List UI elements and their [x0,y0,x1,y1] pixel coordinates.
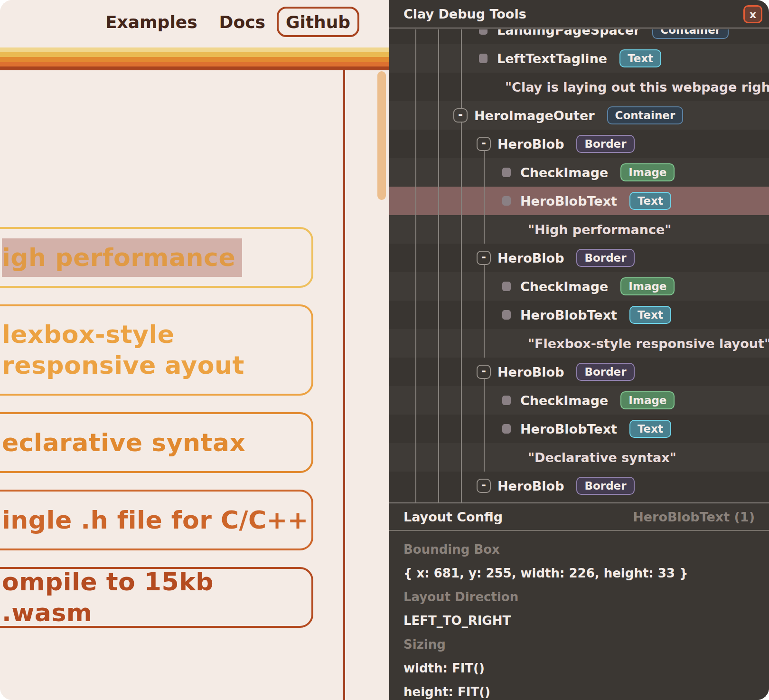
collapse-button[interactable]: - [477,137,491,151]
nav-item-docs[interactable]: Docs [219,12,265,32]
element-name: CheckImage [520,393,608,408]
layout-config-header: Layout Config HeroBlobText (1) [389,503,769,531]
tree-row[interactable]: LeftTextTaglineText [389,44,769,73]
leaf-dot-icon [502,282,511,291]
leaf-dot-icon [479,29,488,35]
element-name: HeroBlob [497,251,564,265]
tree-indent-guide [415,29,416,502]
config-property-value: LEFT_TO_RIGHT [403,609,755,633]
leaf-dot-icon [502,196,511,206]
selected-element-label: HeroBlobText (1) [633,510,755,524]
element-name: HeroImageOuter [474,108,595,123]
feature-text: eclarative syntax [2,427,246,458]
element-type-badge: Text [619,49,661,67]
tree-indent-guide [461,123,462,502]
tree-row[interactable]: HeroBlobTextText [389,415,769,443]
tree-row[interactable]: CheckImageImage [389,386,769,415]
element-type-badge: Border [576,477,634,495]
tree-text-preview-row[interactable]: "High performance" [389,215,769,244]
page-scrollbar-thumb[interactable] [377,71,386,200]
gradient-stripe [0,62,389,66]
element-name: CheckImage [520,279,608,294]
element-name: HeroBlob [497,137,564,151]
element-name: HeroBlob [497,479,564,493]
config-property-label: Layout Direction [403,585,755,609]
tree-row[interactable]: HeroBlobTextText [389,187,769,215]
config-property-value: width: FIT() [403,656,755,680]
layout-config-properties: Bounding Box{ x: 681, y: 255, width: 226… [389,531,769,700]
tree-indent-guide [461,29,462,108]
element-text-preview: "Declarative syntax" [528,450,676,465]
element-name: HeroBlobText [520,422,617,436]
close-button[interactable]: x [743,5,762,23]
tree-indent-guide [484,265,485,358]
debug-panel-header: Clay Debug Tools x [389,0,769,28]
tree-row[interactable]: -HeroBlobBorder [389,130,769,158]
layout-config-section: Layout Config HeroBlobText (1) Bounding … [389,502,769,700]
gradient-stripe [0,66,389,70]
feature-box: igh performance [0,227,313,288]
element-type-badge: Text [629,420,671,438]
element-type-badge: Container [652,29,729,39]
element-name: LandingPageSpacer [497,29,640,38]
leaf-dot-icon [502,310,511,320]
collapse-button[interactable]: - [477,365,491,379]
feature-box: eclarative syntax [0,412,313,473]
gradient-stripes [0,47,389,70]
feature-text-highlighted: igh performance [2,238,242,277]
element-name: LeftTextTagline [497,51,607,66]
feature-text: ingle .h file for C/C++ [2,505,309,536]
tree-row[interactable]: -HeroBlobBorder [389,358,769,386]
feature-box: lexbox-style responsive ayout [0,304,313,396]
gradient-stripe [0,47,389,52]
feature-text: ompile to 15kb .wasm [2,567,311,628]
element-type-badge: Image [620,277,675,295]
github-button[interactable]: Github [277,7,359,37]
layout-config-title: Layout Config [403,510,503,524]
tree-row[interactable]: HeroBlobTextText [389,301,769,329]
tree-row[interactable]: LandingPageSpacerContainer [389,29,769,44]
tree-indent-guide [484,151,485,244]
config-property-label: Sizing [403,633,755,656]
feature-text: lexbox-style responsive ayout [2,319,311,381]
app-window: ExamplesDocs Github igh performancelexbo… [0,0,769,700]
element-type-badge: Border [576,135,634,153]
element-name: CheckImage [520,165,608,180]
element-tree: LandingPageSpacerContainerLeftTextTaglin… [389,29,769,502]
tree-row[interactable]: -HeroBlobBorder [389,244,769,272]
top-nav: ExamplesDocs [105,12,265,32]
element-name: HeroBlobText [520,194,617,208]
element-type-badge: Image [620,163,675,181]
tree-indent-guide [484,379,485,472]
config-property-value: height: FIT() [403,680,755,700]
leaf-dot-icon [502,396,511,405]
webpage-pane: ExamplesDocs Github igh performancelexbo… [0,0,389,700]
element-type-badge: Border [576,249,634,267]
gradient-stripe [0,52,389,57]
leaf-dot-icon [502,424,511,434]
leaf-dot-icon [502,168,511,177]
feature-box: ingle .h file for C/C++ [0,490,313,550]
collapse-button[interactable]: - [477,479,491,493]
element-type-badge: Image [620,391,675,409]
tree-row[interactable]: CheckImageImage [389,272,769,301]
tree-row[interactable]: -HeroBlobBorder [389,472,769,500]
leaf-dot-icon [479,54,488,63]
config-property-value: { x: 681, y: 255, width: 226, height: 33… [403,561,755,585]
tree-text-preview-row[interactable]: "Flexbox-style responsive layout" [389,329,769,358]
collapse-button[interactable]: - [477,251,491,265]
element-name: HeroBlob [497,365,564,379]
tree-text-preview-row[interactable]: "Declarative syntax" [389,443,769,472]
page-vertical-divider [343,70,345,700]
element-type-badge: Text [629,192,671,210]
tree-row[interactable]: CheckImageImage [389,158,769,187]
tree-row[interactable]: -HeroImageOuterContainer [389,101,769,130]
element-text-preview: "Clay is laying out this webpage right n… [505,80,769,95]
feature-box: ompile to 15kb .wasm [0,567,313,628]
element-name: HeroBlobText [520,308,617,322]
element-text-preview: "Flexbox-style responsive layout" [528,336,769,351]
nav-item-examples[interactable]: Examples [105,12,197,32]
tree-text-preview-row[interactable]: "Clay is laying out this webpage right n… [389,73,769,101]
element-type-badge: Border [576,363,634,381]
collapse-button[interactable]: - [453,108,468,123]
